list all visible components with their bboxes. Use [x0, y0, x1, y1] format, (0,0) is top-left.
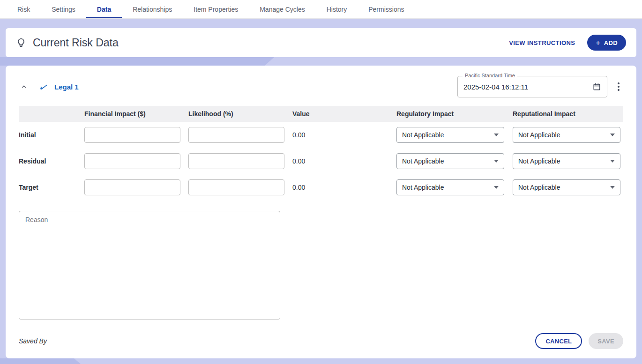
tab-bar: Risk Settings Data Relationships Item Pr…: [0, 0, 642, 19]
plus-icon: +: [596, 39, 600, 47]
view-instructions-link[interactable]: VIEW INSTRUCTIONS: [509, 39, 575, 46]
value-text-initial: 0.00: [292, 131, 305, 139]
chevron-down-icon: [494, 134, 499, 136]
risk-item-icon: [39, 82, 49, 91]
regulatory-impact-select-initial[interactable]: Not Applicable: [396, 127, 504, 143]
calendar-icon[interactable]: [592, 82, 601, 91]
tab-risk[interactable]: Risk: [7, 0, 41, 18]
value-text-residual: 0.00: [292, 157, 305, 165]
financial-impact-input-initial[interactable]: [84, 127, 180, 143]
datetime-field[interactable]: Pacific Standard Time 2025-02-04 16:12:1…: [457, 76, 607, 97]
regulatory-impact-select-target[interactable]: Not Applicable: [396, 179, 504, 195]
collapse-chevron-icon[interactable]: [19, 82, 29, 92]
lightbulb-icon: [16, 37, 26, 48]
value-text-target: 0.00: [292, 184, 305, 191]
column-header-value: Value: [292, 106, 396, 122]
cancel-button[interactable]: CANCEL: [535, 333, 582, 349]
likelihood-input-initial[interactable]: [188, 127, 284, 143]
chevron-down-icon: [610, 160, 615, 163]
reason-textarea[interactable]: [19, 211, 280, 319]
tab-settings[interactable]: Settings: [41, 0, 86, 18]
footer-buttons: CANCEL SAVE: [535, 333, 623, 349]
more-options-icon[interactable]: [614, 80, 623, 94]
add-button-label: ADD: [604, 39, 618, 46]
page-title: Current Risk Data: [33, 37, 119, 49]
tab-item-properties[interactable]: Item Properties: [183, 0, 249, 18]
tab-data[interactable]: Data: [86, 0, 122, 18]
panel-footer: Saved By CANCEL SAVE: [19, 333, 623, 349]
page-background: Current Risk Data VIEW INSTRUCTIONS + AD…: [0, 19, 642, 364]
chevron-down-icon: [494, 186, 499, 189]
risk-values-table: Financial Impact ($) Likelihood (%) Valu…: [19, 106, 623, 201]
chevron-down-icon: [610, 186, 615, 189]
table-row-label: Initial: [19, 122, 84, 148]
likelihood-input-residual[interactable]: [188, 153, 284, 169]
save-button[interactable]: SAVE: [589, 333, 623, 349]
header-actions: VIEW INSTRUCTIONS + ADD: [509, 35, 626, 51]
chevron-down-icon: [610, 134, 615, 136]
datetime-value: 2025-02-04 16:12:11: [463, 83, 528, 91]
tab-relationships[interactable]: Relationships: [122, 0, 183, 18]
likelihood-input-target[interactable]: [188, 179, 284, 195]
financial-impact-input-target[interactable]: [84, 179, 180, 195]
tab-history[interactable]: History: [316, 0, 358, 18]
financial-impact-input-residual[interactable]: [84, 153, 180, 169]
reputational-impact-select-target[interactable]: Not Applicable: [513, 179, 620, 195]
table-row-label: Residual: [19, 148, 84, 174]
decorative-diagonal-bottom: [0, 358, 81, 364]
risk-item-name[interactable]: Legal 1: [54, 83, 79, 91]
decorative-diagonal-top: [0, 57, 274, 66]
add-button[interactable]: + ADD: [587, 35, 626, 51]
column-header-regulatory: Regulatory Impact: [396, 106, 513, 122]
timezone-label: Pacific Standard Time: [463, 73, 517, 78]
column-header-reputational: Reputational Impact: [513, 106, 623, 122]
tab-permissions[interactable]: Permissions: [358, 0, 415, 18]
risk-item-header: Legal 1 Pacific Standard Time 2025-02-04…: [19, 66, 623, 97]
tab-manage-cycles[interactable]: Manage Cycles: [249, 0, 316, 18]
table-row-label: Target: [19, 174, 84, 201]
reputational-impact-select-residual[interactable]: Not Applicable: [513, 153, 620, 169]
chevron-down-icon: [494, 160, 499, 163]
risk-data-panel: Legal 1 Pacific Standard Time 2025-02-04…: [6, 66, 636, 358]
saved-by-label: Saved By: [19, 337, 47, 345]
page-header: Current Risk Data VIEW INSTRUCTIONS + AD…: [6, 28, 636, 57]
regulatory-impact-select-residual[interactable]: Not Applicable: [396, 153, 504, 169]
reputational-impact-select-initial[interactable]: Not Applicable: [513, 127, 620, 143]
column-header-financial: Financial Impact ($): [84, 106, 188, 122]
column-header-empty: [19, 106, 84, 122]
column-header-likelihood: Likelihood (%): [188, 106, 292, 122]
